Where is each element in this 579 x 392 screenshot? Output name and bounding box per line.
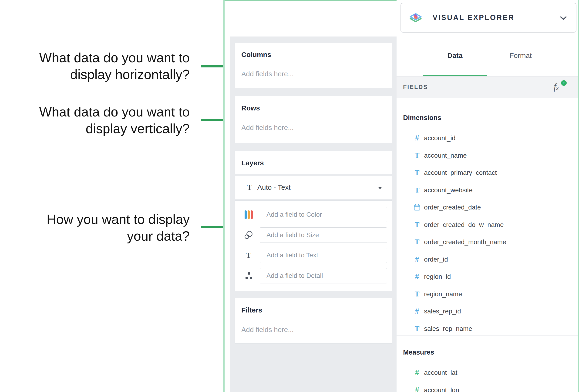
annotation-columns-line1: What data do you want to	[39, 49, 190, 66]
field-row-account_website[interactable]: account_website	[397, 182, 578, 199]
text-icon	[412, 221, 422, 229]
annotation-layers-line1: How you want to display	[47, 211, 190, 228]
number-icon	[412, 134, 422, 142]
text-icon	[412, 168, 422, 177]
calendar-icon	[412, 204, 422, 211]
detail-field-dropzone[interactable]: Add a field to Detail	[260, 268, 387, 283]
text-field-dropzone[interactable]: Add a field to Text	[260, 248, 387, 263]
shelves-panel: Columns Add fields here... Rows Add fiel…	[230, 37, 397, 392]
dimension-list: account_id account_name account_primary_…	[397, 129, 578, 337]
layer-target-text-row: T Add a field to Text	[235, 248, 392, 263]
filters-shelf-title: Filters	[241, 306, 262, 314]
dropdown-caret-icon	[378, 187, 382, 189]
number-icon	[412, 386, 422, 392]
visual-explorer-selector[interactable]: VISUAL EXPLORER	[401, 3, 577, 33]
text-icon	[412, 186, 422, 194]
text-icon	[412, 290, 422, 298]
widget-right-border	[578, 0, 579, 392]
screenshot-stage: What data do you want to display horizon…	[0, 0, 579, 392]
columns-shelf-dropzone[interactable]: Add fields here...	[241, 70, 294, 78]
widget-left-border	[223, 0, 224, 392]
field-row-sales_rep_name[interactable]: sales_rep_name	[397, 320, 578, 337]
annotation-columns-line2: display horizontally?	[39, 66, 190, 83]
fields-header-bar: FIELDS fx +	[397, 76, 578, 98]
measures-section-label: Measures	[403, 348, 434, 356]
size-icon	[244, 227, 253, 243]
columns-shelf: Columns Add fields here...	[235, 42, 392, 88]
dimensions-section-label: Dimensions	[403, 114, 441, 122]
tab-format[interactable]: Format	[504, 52, 538, 59]
filters-shelf-dropzone[interactable]: Add fields here...	[241, 326, 294, 334]
text-icon	[412, 151, 422, 160]
annotation-layers-line2: your data?	[47, 228, 190, 244]
field-row-account_name[interactable]: account_name	[397, 147, 578, 164]
visual-explorer-title: VISUAL EXPLORER	[433, 13, 514, 22]
number-icon	[412, 255, 422, 264]
filters-shelf: Filters Add fields here...	[235, 298, 392, 344]
dimensions-measures-divider	[397, 335, 578, 336]
layer-type-dropdown[interactable]: T Auto - Text	[235, 176, 392, 199]
layers-shelf-title: Layers	[241, 159, 264, 167]
columns-shelf-title: Columns	[241, 51, 271, 58]
field-row-sales_rep_id[interactable]: sales_rep_id	[397, 303, 578, 320]
text-icon: T	[244, 248, 253, 263]
annotation-layers: How you want to display your data?	[47, 211, 190, 244]
annotation-rows-line1: What data do you want to	[39, 104, 190, 120]
field-row-order_created_do_w_name[interactable]: order_created_do_w_name	[397, 216, 578, 234]
number-icon	[412, 307, 422, 316]
fields-panel: VISUAL EXPLORER Data Format FIELDS fx + …	[397, 0, 578, 392]
detail-icon	[244, 268, 253, 283]
tab-data[interactable]: Data	[438, 52, 471, 59]
layers-shelf-header: Layers	[235, 151, 392, 174]
rows-shelf-dropzone[interactable]: Add fields here...	[241, 124, 294, 132]
measure-list: account_lat account_lon	[397, 364, 578, 392]
fields-header-label: FIELDS	[403, 76, 428, 98]
layer-target-size-row: Add a field to Size	[235, 227, 392, 243]
text-layer-icon: T	[247, 183, 252, 192]
field-row-order_created_date[interactable]: order_created_date	[397, 199, 578, 216]
layer-target-detail-row: Add a field to Detail	[235, 268, 392, 283]
layer-target-color-row: Add a field to Color	[235, 207, 392, 222]
field-row-account_lat[interactable]: account_lat	[397, 364, 578, 382]
layer-targets-card: Add a field to Color Add a field to Size…	[235, 200, 392, 291]
text-icon	[412, 238, 422, 246]
annotation-rows-line2: display vertically?	[39, 120, 190, 137]
layer-type-value: Auto - Text	[257, 183, 291, 191]
field-row-order_created_month_name[interactable]: order_created_month_name	[397, 233, 578, 251]
size-field-dropzone[interactable]: Add a field to Size	[260, 227, 387, 243]
rows-shelf: Rows Add fields here...	[235, 96, 392, 143]
number-icon	[412, 369, 422, 377]
chevron-down-icon	[560, 16, 567, 20]
annotation-columns-pointer-line	[201, 65, 223, 67]
add-calculated-field-icon[interactable]: fx +	[554, 81, 566, 93]
plus-badge-icon: +	[561, 80, 567, 86]
field-row-order_id[interactable]: order_id	[397, 251, 578, 268]
text-icon	[412, 325, 422, 333]
field-row-region_id[interactable]: region_id	[397, 268, 578, 285]
annotation-rows: What data do you want to display vertica…	[39, 104, 190, 137]
color-icon	[244, 207, 253, 222]
annotation-layers-pointer-line	[201, 226, 223, 228]
color-field-dropzone[interactable]: Add a field to Color	[260, 207, 387, 222]
field-row-account_primary_contact[interactable]: account_primary_contact	[397, 164, 578, 182]
field-row-account_id[interactable]: account_id	[397, 129, 578, 147]
visual-explorer-logo	[409, 12, 422, 23]
field-row-region_name[interactable]: region_name	[397, 285, 578, 303]
rows-shelf-title: Rows	[241, 104, 260, 112]
number-icon	[412, 273, 422, 281]
annotation-rows-pointer-line	[201, 119, 223, 121]
field-row-account_lon[interactable]: account_lon	[397, 382, 578, 392]
annotation-columns: What data do you want to display horizon…	[39, 49, 190, 83]
